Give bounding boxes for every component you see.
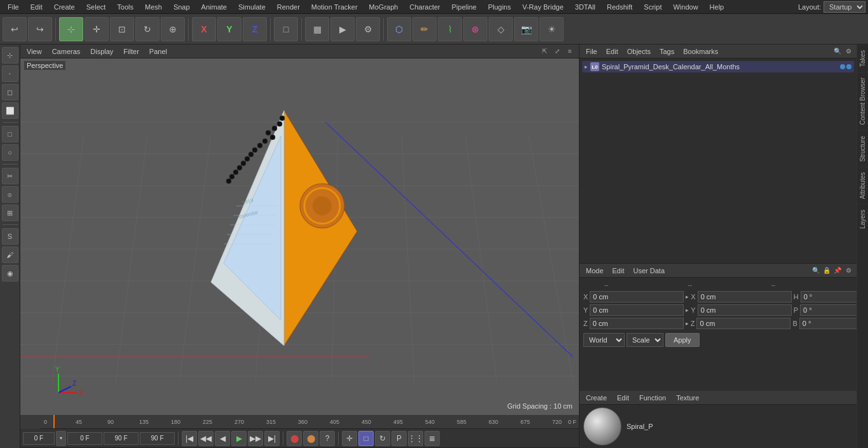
light-button[interactable]: ☀	[539, 17, 564, 41]
mat-menu-texture[interactable]: Texture	[674, 393, 702, 403]
sidebar-loop-button[interactable]: ⌾	[2, 186, 18, 203]
menu-create[interactable]: Create	[49, 2, 80, 12]
render-region-button[interactable]: ▦	[305, 17, 329, 41]
tab-content-browser[interactable]: Content Browser	[857, 72, 868, 130]
vp-menu-view[interactable]: View	[24, 46, 44, 57]
attr-menu-mode[interactable]: Mode	[583, 266, 606, 276]
tab-layers[interactable]: Layers	[857, 204, 868, 234]
set-key-button[interactable]: □	[358, 431, 374, 446]
end-frame-input[interactable]	[140, 432, 175, 445]
menu-pipeline[interactable]: Pipeline	[447, 2, 482, 12]
attr-x-arrow[interactable]: ▸	[686, 294, 689, 300]
tab-takes[interactable]: Takes	[857, 44, 868, 72]
undo-button[interactable]: ↩	[3, 17, 27, 41]
keyframe-button[interactable]: ⋮⋮	[408, 431, 423, 446]
spline-button[interactable]: ⌇	[438, 17, 462, 41]
attr-lock-icon[interactable]: 🔒	[822, 266, 831, 275]
attr-search-icon[interactable]: 🔍	[811, 266, 820, 275]
attr-menu-edit[interactable]: Edit	[610, 266, 627, 276]
menu-animate[interactable]: Animate	[196, 2, 232, 12]
mat-menu-create[interactable]: Create	[583, 393, 609, 403]
menu-file[interactable]: File	[3, 2, 24, 12]
redo-button[interactable]: ↪	[28, 17, 52, 41]
record-button[interactable]: ⬤	[287, 431, 302, 446]
menu-snap[interactable]: Snap	[168, 2, 195, 12]
search-icon[interactable]: 🔍	[833, 47, 842, 56]
play-back-button[interactable]: ◀	[215, 431, 230, 446]
deformer-button[interactable]: ⊛	[463, 17, 487, 41]
menu-mograph[interactable]: MoGraph	[364, 2, 403, 12]
menu-plugins[interactable]: Plugins	[483, 2, 516, 12]
scale-dropdown[interactable]: Scale Size	[627, 333, 663, 347]
menu-tools[interactable]: Tools	[112, 2, 139, 12]
menu-vray[interactable]: V-Ray Bridge	[517, 2, 569, 12]
step-back-button[interactable]: ◀◀	[198, 431, 214, 446]
cube-button[interactable]: ⬡	[387, 17, 411, 41]
render-view-button[interactable]: ▶	[330, 17, 355, 41]
menu-help[interactable]: Help	[705, 2, 729, 12]
obj-panel-menu-file[interactable]: File	[583, 46, 600, 57]
attr-y-pos-input[interactable]	[590, 304, 684, 316]
goto-end-button[interactable]: ▶|	[264, 431, 280, 446]
expand-icon[interactable]: ▸	[585, 64, 588, 70]
menu-edit[interactable]: Edit	[25, 2, 48, 12]
sidebar-sphere-button[interactable]: ○	[2, 144, 18, 161]
menu-motion-tracker[interactable]: Motion Tracker	[306, 2, 363, 12]
pen-button[interactable]: ✏	[412, 17, 437, 41]
obj-panel-menu-objects[interactable]: Objects	[625, 46, 653, 57]
end-preview-input[interactable]	[104, 432, 139, 445]
vp-icon-maximize[interactable]: ⇱	[539, 46, 550, 57]
menu-character[interactable]: Character	[404, 2, 445, 12]
attr-x-pos-input[interactable]	[590, 291, 684, 302]
vp-menu-filter[interactable]: Filter	[121, 46, 141, 57]
attr-x-size-input[interactable]	[698, 291, 792, 302]
vp-icon-arrows[interactable]: ⤢	[552, 46, 562, 57]
settings-icon[interactable]: ⚙	[844, 47, 853, 56]
sidebar-box-button[interactable]: □	[2, 126, 18, 142]
axis-x-button[interactable]: X	[192, 17, 216, 41]
sidebar-sym-button[interactable]: S	[2, 228, 18, 245]
viewport[interactable]: 1919 calendar Perspective X Y Z Grid Spa…	[20, 58, 579, 415]
vp-menu-display[interactable]: Display	[88, 46, 116, 57]
null-button[interactable]: ◇	[489, 17, 513, 41]
vp-menu-cameras[interactable]: Cameras	[50, 46, 83, 57]
step-forward-button[interactable]: ▶▶	[248, 431, 263, 446]
attr-y-size-input[interactable]	[698, 304, 792, 316]
rotate-tool-button[interactable]: ↻	[135, 17, 159, 41]
sidebar-knife-button[interactable]: ✂	[2, 168, 18, 184]
menu-select[interactable]: Select	[81, 2, 111, 12]
transform-tool-button[interactable]: ⊕	[161, 17, 185, 41]
rotate-key-button[interactable]: ↻	[375, 431, 390, 446]
axis-z-button[interactable]: Z	[243, 17, 267, 41]
menu-mesh[interactable]: Mesh	[140, 2, 167, 12]
menu-simulate[interactable]: Simulate	[233, 2, 271, 12]
auto-key-button[interactable]: ⬤	[303, 431, 318, 446]
attr-y-arrow[interactable]: ▸	[686, 307, 689, 313]
sidebar-paint-button[interactable]: 🖌	[2, 247, 18, 263]
camera-button[interactable]: 📷	[514, 17, 538, 41]
axis-y-button[interactable]: Y	[217, 17, 241, 41]
obj-panel-menu-tags[interactable]: Tags	[657, 46, 677, 57]
scale-tool-button[interactable]: ⊡	[110, 17, 134, 41]
current-frame-input[interactable]	[23, 432, 55, 445]
vp-menu-panel[interactable]: Panel	[147, 46, 170, 57]
material-preview[interactable]	[583, 407, 621, 445]
sidebar-bridge-button[interactable]: ⊞	[2, 205, 18, 221]
obj-panel-menu-bookmarks[interactable]: Bookmarks	[681, 46, 721, 57]
attr-z-arrow[interactable]: ▸	[686, 320, 689, 327]
attr-pin-icon[interactable]: 📌	[833, 266, 842, 275]
menu-window[interactable]: Window	[668, 2, 703, 12]
render-settings-button[interactable]: ⚙	[356, 17, 380, 41]
apply-button[interactable]: Apply	[665, 333, 700, 347]
layout-dropdown[interactable]: Startup	[824, 1, 865, 13]
sidebar-edges-button[interactable]: ◻	[2, 84, 18, 100]
sidebar-move-button[interactable]: ⊹	[2, 47, 18, 64]
vp-icon-settings[interactable]: ≡	[565, 46, 575, 57]
obj-panel-menu-edit[interactable]: Edit	[604, 46, 621, 57]
motion-button[interactable]: ≣	[424, 431, 440, 446]
move-key-button[interactable]: ✛	[342, 431, 357, 446]
move-tool-button[interactable]: ✛	[85, 17, 109, 41]
world-dropdown[interactable]: World Object Screen	[583, 333, 625, 347]
attr-z-pos-input[interactable]	[590, 318, 684, 329]
menu-script[interactable]: Script	[639, 2, 667, 12]
